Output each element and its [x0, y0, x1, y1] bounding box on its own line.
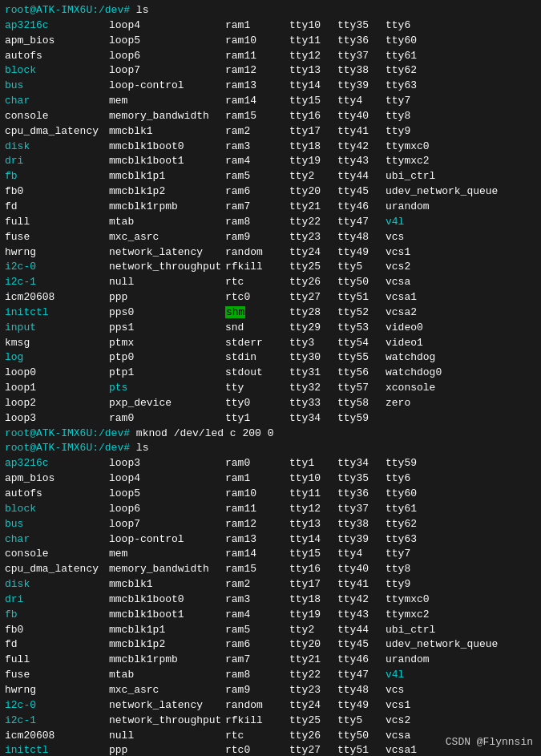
ls-output-2: ap3216cloop3ram0tty1tty34tty59 apm_biosl… [5, 456, 536, 756]
mknod-line: root@ATK-IMX6U:/dev# mknod /dev/led c 20… [5, 427, 536, 442]
terminal: root@ATK-IMX6U:/dev# ls ap3216cloop4ram1… [0, 0, 541, 756]
watermark: CSDN @Flynnsin [446, 736, 533, 748]
ls-output-1: ap3216cloop4ram1tty10tty35tty6 apm_biosl… [5, 18, 536, 427]
prompt-line-1: root@ATK-IMX6U:/dev# ls [5, 3, 536, 18]
prompt-line-2: root@ATK-IMX6U:/dev# ls [5, 441, 536, 456]
